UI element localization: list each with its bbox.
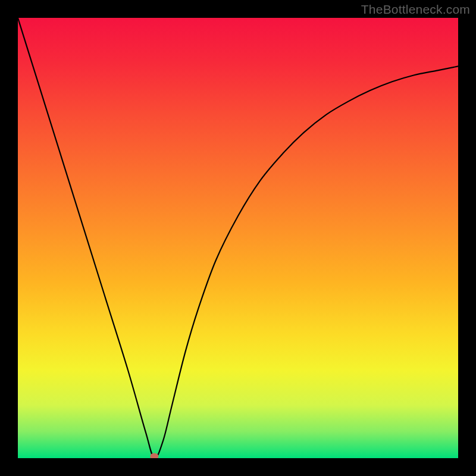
chart-frame	[18, 18, 458, 458]
chart-svg	[18, 18, 458, 458]
watermark-text: TheBottleneck.com	[361, 2, 470, 17]
gradient-background	[18, 18, 458, 458]
